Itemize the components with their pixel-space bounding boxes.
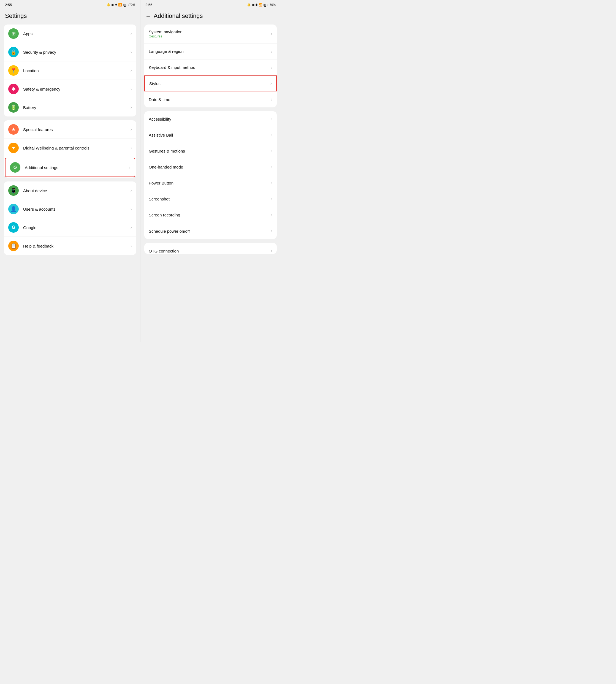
about-label: About device (23, 189, 131, 193)
additional-label: Additional settings (25, 165, 129, 170)
right-group-1: System navigation Gestures › Language & … (144, 24, 277, 107)
left-group-2: ★ Special features › ♥ Digital Wellbeing… (4, 120, 136, 178)
apps-label: Apps (23, 31, 131, 36)
additional-chevron: › (129, 165, 130, 170)
security-icon: 🔒 (8, 47, 19, 57)
about-icon: 📱 (8, 185, 19, 196)
stylus-chevron: › (270, 81, 272, 86)
list-item-safety[interactable]: ✱ Safety & emergency › (4, 80, 136, 98)
gestures-chevron: › (271, 149, 272, 154)
list-item-accessibility[interactable]: Accessibility › (144, 111, 277, 127)
screenshot-chevron: › (271, 197, 272, 202)
list-item-language[interactable]: Language & region › (144, 44, 277, 60)
apps-chevron: › (131, 31, 132, 36)
list-item-users[interactable]: 👤 Users & accounts › (4, 200, 136, 218)
back-button[interactable]: ← (146, 13, 151, 19)
special-icon: ★ (8, 124, 19, 135)
accessibility-label: Accessibility (149, 117, 271, 122)
list-item-apps[interactable]: ⊞ Apps › (4, 24, 136, 43)
right-panel: 2:55 🔔 ▣ ✱ 📶 ▥̲̲ ◌70% ← Additional setti… (140, 0, 281, 342)
schedule-chevron: › (271, 228, 272, 234)
assistive-label: Assistive Ball (149, 133, 271, 137)
help-chevron: › (131, 243, 132, 248)
special-chevron: › (131, 127, 132, 132)
google-label: Google (23, 225, 131, 230)
about-chevron: › (131, 188, 132, 193)
list-item-location[interactable]: 📍 Location › (4, 61, 136, 80)
help-label: Help & feedback (23, 244, 131, 248)
list-item-google[interactable]: G Google › (4, 218, 136, 237)
list-item-additional[interactable]: ⚙ Additional settings › (5, 158, 135, 177)
wellbeing-icon: ♥ (8, 142, 19, 153)
screenshot-label: Screenshot (149, 197, 271, 201)
powerbutton-chevron: › (271, 181, 272, 185)
wellbeing-label: Digital Wellbeing & parental controls (23, 146, 131, 150)
additional-icon: ⚙ (10, 162, 20, 173)
keyboard-chevron: › (271, 65, 272, 70)
list-item-about[interactable]: 📱 About device › (4, 181, 136, 200)
google-chevron: › (131, 225, 132, 230)
help-icon: 📋 (8, 241, 19, 251)
list-item-battery[interactable]: 🔋 Battery › (4, 98, 136, 116)
security-label: Security & privacy (23, 50, 131, 54)
location-chevron: › (131, 68, 132, 73)
language-label: Language & region (149, 49, 271, 54)
otg-label: OTG connection (149, 249, 271, 253)
list-item-help[interactable]: 📋 Help & feedback › (4, 237, 136, 255)
users-icon: 👤 (8, 204, 19, 214)
list-item-system-nav[interactable]: System navigation Gestures › (144, 24, 277, 44)
list-item-powerbutton[interactable]: Power Button › (144, 175, 277, 191)
list-item-keyboard[interactable]: Keyboard & input method › (144, 60, 277, 75)
list-item-assistive[interactable]: Assistive Ball › (144, 127, 277, 143)
apps-icon: ⊞ (8, 28, 19, 39)
left-status-icons: 🔔 ▣ ✱ 📶 ▥̲̲ ◌70% (107, 3, 135, 7)
assistive-chevron: › (271, 133, 272, 138)
location-icon: 📍 (8, 65, 19, 76)
language-chevron: › (271, 49, 272, 54)
datetime-chevron: › (271, 97, 272, 102)
google-icon: G (8, 222, 19, 233)
right-status-bar: 2:55 🔔 ▣ ✱ 📶 ▥̲̲ ◌70% (140, 0, 281, 8)
users-label: Users & accounts (23, 207, 131, 212)
list-item-gestures[interactable]: Gestures & motions › (144, 143, 277, 159)
stylus-label: Stylus (149, 81, 270, 86)
keyboard-label: Keyboard & input method (149, 65, 271, 70)
schedule-label: Schedule power on/off (149, 229, 271, 234)
list-item-otg[interactable]: OTG connection › (144, 243, 277, 254)
screenrec-label: Screen recording (149, 213, 271, 217)
powerbutton-label: Power Button (149, 181, 271, 185)
safety-label: Safety & emergency (23, 87, 131, 91)
datetime-label: Date & time (149, 97, 271, 102)
battery-chevron: › (131, 105, 132, 110)
list-item-stylus[interactable]: Stylus › (144, 75, 277, 91)
left-group-1: ⊞ Apps › 🔒 Security & privacy › 📍 Locati… (4, 24, 136, 116)
list-item-datetime[interactable]: Date & time › (144, 91, 277, 107)
screenrec-chevron: › (271, 213, 272, 218)
list-item-screenshot[interactable]: Screenshot › (144, 191, 277, 207)
accessibility-chevron: › (271, 117, 272, 122)
left-title-bar: Settings (0, 8, 140, 23)
otg-chevron: › (271, 248, 272, 253)
right-page-title: Additional settings (154, 13, 203, 20)
system-nav-sublabel: Gestures (149, 35, 271, 38)
list-item-special[interactable]: ★ Special features › (4, 120, 136, 139)
list-item-onehanded[interactable]: One-handed mode › (144, 159, 277, 175)
right-group-2: Accessibility › Assistive Ball › Gesture… (144, 111, 277, 239)
right-status-icons: 🔔 ▣ ✱ 📶 ▥̲̲ ◌70% (247, 3, 276, 7)
location-label: Location (23, 68, 131, 73)
wellbeing-chevron: › (131, 146, 132, 150)
security-chevron: › (131, 49, 132, 54)
left-time: 2:55 (5, 3, 12, 7)
system-nav-chevron: › (271, 31, 272, 36)
system-nav-label: System navigation (149, 29, 271, 34)
list-item-wellbeing[interactable]: ♥ Digital Wellbeing & parental controls … (4, 139, 136, 157)
list-item-schedule[interactable]: Schedule power on/off › (144, 223, 277, 239)
onehanded-label: One-handed mode (149, 165, 271, 169)
safety-icon: ✱ (8, 84, 19, 94)
users-chevron: › (131, 206, 132, 212)
list-item-screenrec[interactable]: Screen recording › (144, 207, 277, 223)
left-panel: 2:55 🔔 ▣ ✱ 📶 ▥̲̲ ◌70% Settings ⊞ Apps › … (0, 0, 140, 342)
safety-chevron: › (131, 86, 132, 91)
battery-icon: 🔋 (8, 102, 19, 113)
list-item-security[interactable]: 🔒 Security & privacy › (4, 43, 136, 61)
